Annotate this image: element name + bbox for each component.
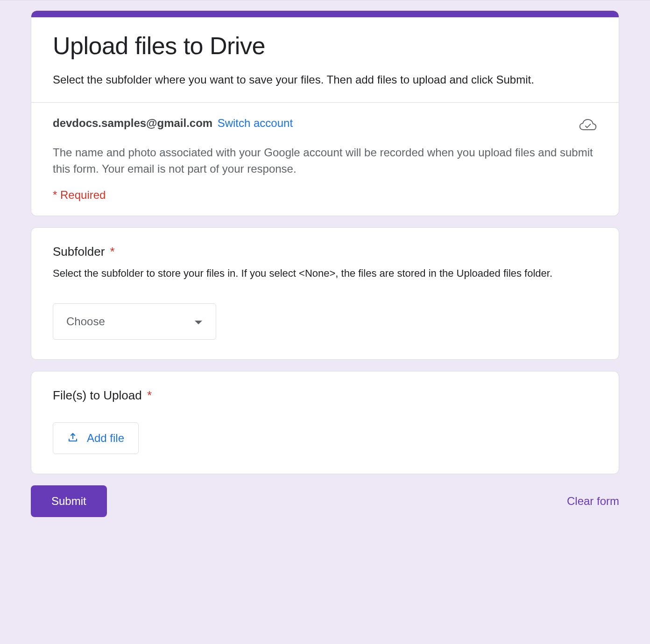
subfolder-description: Select the subfolder to store your files…: [53, 266, 597, 281]
subfolder-question-card: Subfolder * Select the subfolder to stor…: [31, 227, 619, 360]
account-row: devdocs.samples@gmail.com Switch account: [53, 117, 597, 133]
subfolder-title: Subfolder *: [53, 245, 597, 259]
form-footer: Submit Clear form: [31, 485, 619, 517]
files-title-text: File(s) to Upload: [53, 388, 142, 402]
account-email: devdocs.samples@gmail.com: [53, 117, 212, 129]
account-section: devdocs.samples@gmail.com Switch account…: [31, 103, 619, 216]
add-file-label: Add file: [87, 432, 124, 445]
submit-button[interactable]: Submit: [31, 485, 107, 517]
upload-icon: [67, 431, 78, 445]
switch-account-link[interactable]: Switch account: [218, 117, 293, 129]
header-card: Upload files to Drive Select the subfold…: [31, 11, 619, 216]
account-note: The name and photo associated with your …: [53, 145, 597, 177]
form-container: Upload files to Drive Select the subfold…: [0, 0, 650, 531]
header-section: Upload files to Drive Select the subfold…: [31, 17, 619, 102]
required-indicator: * Required: [53, 189, 597, 202]
dropdown-placeholder: Choose: [66, 315, 105, 328]
form-title: Upload files to Drive: [53, 31, 597, 60]
header-accent-bar: [31, 11, 619, 17]
subfolder-title-text: Subfolder: [53, 245, 105, 259]
add-file-button[interactable]: Add file: [53, 422, 139, 454]
chevron-down-icon: [194, 315, 203, 328]
form-description: Select the subfolder where you want to s…: [53, 71, 597, 88]
required-asterisk: *: [147, 388, 152, 402]
required-asterisk: *: [110, 245, 115, 259]
account-info: devdocs.samples@gmail.com Switch account: [53, 117, 569, 130]
files-title: File(s) to Upload *: [53, 388, 597, 403]
files-question-card: File(s) to Upload * Add file: [31, 371, 619, 474]
subfolder-dropdown[interactable]: Choose: [53, 303, 216, 340]
clear-form-button[interactable]: Clear form: [567, 495, 619, 508]
cloud-done-icon: [579, 117, 597, 133]
